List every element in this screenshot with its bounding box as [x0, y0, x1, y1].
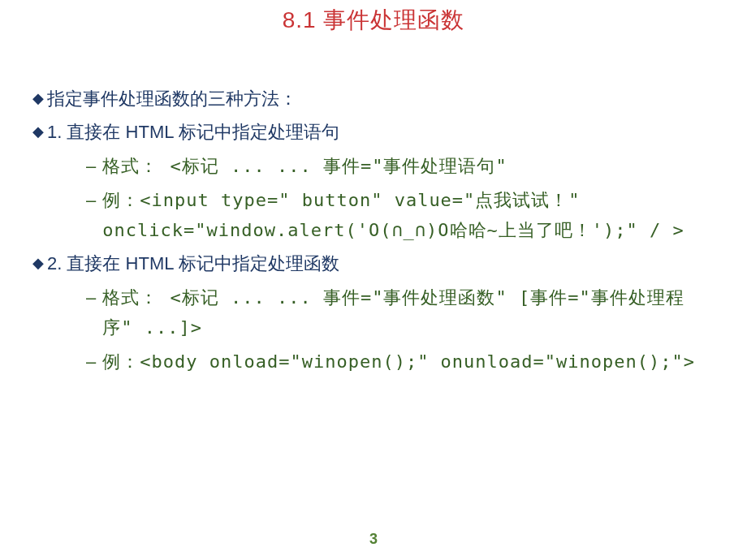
slide-content: ◆ 指定事件处理函数的三种方法： ◆ 1. 直接在 HTML 标记中指定处理语句…: [0, 52, 747, 377]
diamond-icon: ◆: [32, 120, 44, 144]
intro-text: 指定事件处理函数的三种方法：: [47, 84, 297, 113]
item2-example-row: – 例：<body onload="winopen();" onunload="…: [32, 347, 715, 377]
item2-format: 格式： <标记 ... ... 事件="事件处理函数" [事件="事件处理程序"…: [102, 282, 703, 343]
item2-heading: 2. 直接在 HTML 标记中指定处理函数: [47, 249, 339, 278]
item1-example-row: – 例：<input type=" button" value="点我试试！" …: [32, 185, 715, 246]
dash-icon: –: [86, 347, 96, 377]
dash-icon: –: [86, 185, 96, 215]
diamond-icon: ◆: [32, 87, 44, 110]
item1-format: 格式： <标记 ... ... 事件="事件处理语句": [102, 151, 507, 181]
item2-format-row: – 格式： <标记 ... ... 事件="事件处理函数" [事件="事件处理程…: [32, 282, 715, 343]
bullet-item2: ◆ 2. 直接在 HTML 标记中指定处理函数: [32, 249, 715, 278]
item1-example: 例：<input type=" button" value="点我试试！" on…: [102, 185, 703, 246]
item2-example: 例：<body onload="winopen();" onunload="wi…: [102, 347, 695, 377]
item1-heading: 1. 直接在 HTML 标记中指定处理语句: [47, 118, 339, 146]
dash-icon: –: [86, 151, 96, 181]
page-number: 3: [0, 531, 747, 548]
dash-icon: –: [86, 282, 96, 312]
diamond-icon: ◆: [32, 252, 44, 275]
item1-format-row: – 格式： <标记 ... ... 事件="事件处理语句": [32, 151, 715, 181]
bullet-intro: ◆ 指定事件处理函数的三种方法：: [32, 84, 715, 113]
bullet-item1: ◆ 1. 直接在 HTML 标记中指定处理语句: [32, 118, 715, 146]
slide-title: 8.1 事件处理函数: [0, 0, 747, 52]
